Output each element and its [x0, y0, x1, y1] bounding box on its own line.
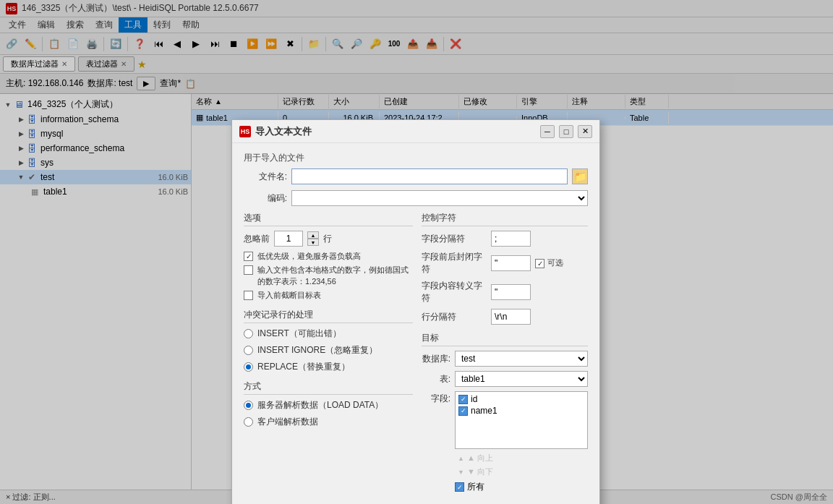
- options-title: 选项: [244, 212, 413, 226]
- target-title: 目标: [422, 332, 588, 346]
- modal-maximize-btn[interactable]: □: [559, 125, 573, 138]
- field-escape-row: 字段内容转义字符: [422, 280, 588, 304]
- options-section: 选项 忽略前 ▲ ▼ 行 低优先级，避免服务器负载高: [244, 212, 413, 302]
- line-sep-label: 行分隔符: [422, 311, 487, 323]
- field-label-0: id: [471, 394, 477, 404]
- field-wrap-input[interactable]: [491, 255, 531, 271]
- checkbox-1-row: 输入文件包含本地格式的数字，例如德国式的数字表示：1.234,56: [244, 265, 413, 287]
- skip-label: 忽略前: [244, 233, 270, 245]
- method-label-1: 客户端解析数据: [257, 416, 318, 428]
- skip-unit: 行: [323, 233, 332, 245]
- filename-input[interactable]: [291, 168, 568, 184]
- modal-titlebar: HS 导入文本文件 ─ □ ✕: [232, 120, 599, 143]
- file-section-title: 用于导入的文件: [244, 152, 588, 164]
- conflict-label-0: INSERT（可能出错）: [257, 328, 341, 340]
- down-btn[interactable]: ▼ ▼ 向下: [455, 466, 588, 478]
- conflict-rb-1[interactable]: [244, 346, 253, 355]
- target-section: 目标 数据库: test 表: table1: [422, 332, 588, 493]
- ctrl-char-section: 控制字符 字段分隔符 字段前后封闭字符 可选: [422, 212, 588, 325]
- encoding-label: 编码:: [244, 192, 287, 205]
- conflict-radio-1: INSERT IGNORE（忽略重复）: [244, 344, 413, 356]
- two-col-layout: 选项 忽略前 ▲ ▼ 行 低优先级，避免服务器负载高: [244, 212, 588, 497]
- db-row: 数据库: test: [422, 351, 588, 367]
- left-column: 选项 忽略前 ▲ ▼ 行 低优先级，避免服务器负载高: [244, 212, 413, 497]
- conflict-label-1: INSERT IGNORE（忽略重复）: [257, 344, 377, 356]
- table-row-target: 表: table1: [422, 371, 588, 387]
- up-btn[interactable]: ▲ ▲ 向上: [455, 452, 588, 464]
- conflict-rb-2[interactable]: [244, 362, 253, 372]
- method-radio-0: 服务器解析数据（LOAD DATA）: [244, 399, 413, 411]
- method-title: 方式: [244, 380, 413, 395]
- method-rb-1[interactable]: [244, 417, 253, 427]
- encoding-select[interactable]: [291, 190, 588, 206]
- skip-spinners[interactable]: ▲ ▼: [307, 231, 319, 246]
- checkbox-2-label: 导入前截断目标表: [257, 290, 321, 301]
- field-sep-row: 字段分隔符: [422, 231, 588, 247]
- optional-cb[interactable]: [535, 259, 544, 268]
- method-rb-0[interactable]: [244, 401, 253, 410]
- filename-label: 文件名:: [244, 171, 287, 183]
- ctrl-char-title: 控制字符: [422, 212, 588, 226]
- conflict-title: 冲突记录行的处理: [244, 309, 413, 323]
- encoding-row: 编码:: [244, 190, 588, 206]
- conflict-radio-0: INSERT（可能出错）: [244, 328, 413, 340]
- fields-list: id name1: [455, 391, 588, 449]
- import-dialog: HS 导入文本文件 ─ □ ✕ 用于导入的文件 文件名: 📁 编码:: [231, 119, 600, 504]
- field-wrap-row: 字段前后封闭字符 可选: [422, 251, 588, 276]
- fields-row: 字段: id name1: [422, 391, 588, 493]
- method-radio-1: 客户端解析数据: [244, 416, 413, 428]
- modal-minimize-btn[interactable]: ─: [540, 125, 555, 138]
- checkbox-2[interactable]: [244, 291, 253, 300]
- optional-check: 可选: [535, 257, 563, 268]
- all-cb[interactable]: [455, 482, 464, 492]
- all-label: 所有: [467, 481, 484, 493]
- conflict-section: 冲突记录行的处理 INSERT（可能出错） INSERT IGNORE（忽略重复…: [244, 309, 413, 373]
- field-escape-input[interactable]: [491, 284, 531, 300]
- field-cb-0[interactable]: [458, 395, 468, 404]
- conflict-radio-2: REPLACE（替换重复）: [244, 361, 413, 373]
- method-section: 方式 服务器解析数据（LOAD DATA） 客户端解析数据: [244, 380, 413, 428]
- conflict-rb-0[interactable]: [244, 329, 253, 338]
- arrow-buttons: ▲ ▲ 向上 ▼ ▼ 向下: [455, 452, 588, 478]
- skip-input[interactable]: [274, 231, 303, 247]
- checkbox-0[interactable]: [244, 252, 253, 261]
- all-row: 所有: [455, 481, 588, 493]
- fields-label: 字段:: [422, 393, 450, 405]
- db-label: 数据库:: [422, 353, 450, 365]
- modal-close-btn[interactable]: ✕: [578, 125, 592, 138]
- checkbox-2-row: 导入前截断目标表: [244, 290, 413, 301]
- folder-browse-btn[interactable]: 📁: [572, 168, 588, 184]
- checkbox-0-label: 低优先级，避免服务器负载高: [257, 251, 361, 262]
- field-sep-input[interactable]: [491, 231, 531, 247]
- field-cb-1[interactable]: [458, 406, 468, 416]
- skip-down-btn[interactable]: ▼: [307, 239, 319, 246]
- up-icon: ▲: [458, 455, 464, 462]
- right-column: 控制字符 字段分隔符 字段前后封闭字符 可选: [422, 212, 588, 497]
- down-icon: ▼: [458, 469, 464, 476]
- method-label-0: 服务器解析数据（LOAD DATA）: [257, 399, 383, 411]
- line-sep-row: 行分隔符: [422, 309, 588, 325]
- field-item-1[interactable]: name1: [457, 405, 586, 417]
- checkbox-1-label: 输入文件包含本地格式的数字，例如德国式的数字表示：1.234,56: [257, 265, 413, 287]
- field-wrap-label: 字段前后封闭字符: [422, 251, 487, 276]
- line-sep-input[interactable]: [491, 309, 531, 325]
- conflict-label-2: REPLACE（替换重复）: [257, 361, 350, 373]
- skip-up-btn[interactable]: ▲: [307, 231, 319, 239]
- skip-row: 忽略前 ▲ ▼ 行: [244, 231, 413, 247]
- field-sep-label: 字段分隔符: [422, 233, 487, 245]
- modal-body: 用于导入的文件 文件名: 📁 编码: 选项: [232, 143, 599, 504]
- checkbox-0-row: 低优先级，避免服务器负载高: [244, 251, 413, 262]
- field-label-1: name1: [471, 406, 497, 416]
- fields-container: id name1 ▲: [455, 391, 588, 493]
- db-select[interactable]: test: [455, 351, 588, 367]
- field-escape-label: 字段内容转义字符: [422, 280, 487, 304]
- modal-title: 导入文本文件: [255, 125, 536, 138]
- table-select[interactable]: table1: [455, 371, 588, 387]
- filename-row: 文件名: 📁: [244, 168, 588, 184]
- optional-label: 可选: [547, 257, 563, 268]
- checkbox-1[interactable]: [244, 265, 253, 275]
- table-label: 表:: [422, 373, 450, 385]
- field-item-0[interactable]: id: [457, 393, 586, 405]
- modal-logo: HS: [239, 126, 251, 137]
- modal-overlay: HS 导入文本文件 ─ □ ✕ 用于导入的文件 文件名: 📁 编码:: [0, 0, 833, 504]
